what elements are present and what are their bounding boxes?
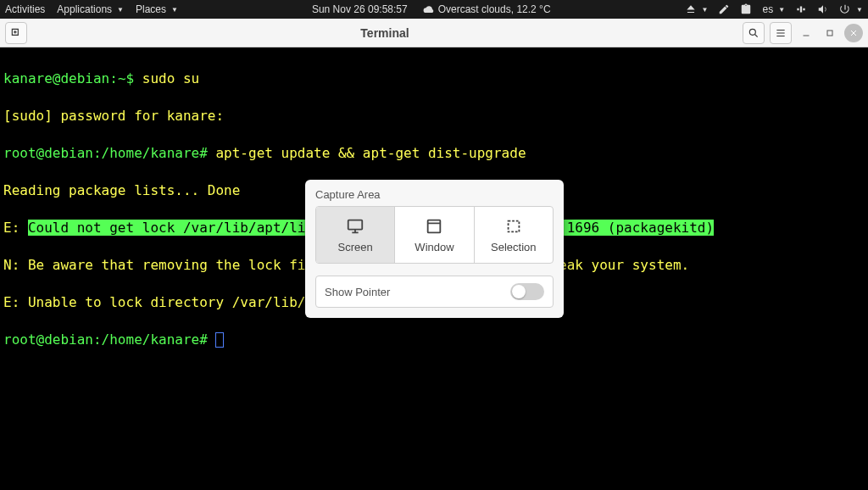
minimize-icon xyxy=(801,28,811,38)
clock[interactable]: Sun Nov 26 09:58:57 xyxy=(312,3,408,15)
svg-rect-3 xyxy=(428,220,441,232)
terminal-line: kanare@debian:~$ sudo su xyxy=(3,70,865,88)
chevron-down-icon: ▼ xyxy=(856,6,863,14)
error-prefix: E: xyxy=(3,220,28,236)
prompt-path: :/home/kanare xyxy=(93,331,199,348)
window-icon xyxy=(425,217,443,236)
error-prefix: E: xyxy=(3,294,28,310)
capture-mode-screen[interactable]: Screen xyxy=(316,207,395,263)
terminal-line: root@debian:/home/kanare# xyxy=(3,331,865,349)
cursor xyxy=(215,332,224,348)
capture-mode-selection[interactable]: Selection xyxy=(475,207,553,263)
places-label: Places xyxy=(136,3,166,15)
prompt-user: root@debian xyxy=(3,331,93,348)
power-icon[interactable]: ▼ xyxy=(839,3,863,15)
terminal-line: [sudo] password for kanare: xyxy=(3,107,865,125)
monitor-icon xyxy=(346,217,364,236)
pencil-icon[interactable] xyxy=(718,3,730,15)
weather-indicator[interactable]: Overcast clouds, 12.2 °C xyxy=(423,3,551,15)
capture-mode-label: Screen xyxy=(338,241,373,253)
screenshot-popup: Capture Area Screen Window Selection Sho… xyxy=(305,180,564,318)
selection-icon xyxy=(504,217,523,236)
eject-icon[interactable]: ▼ xyxy=(685,3,709,15)
close-icon xyxy=(849,28,859,38)
svg-rect-2 xyxy=(348,220,363,229)
network-icon[interactable] xyxy=(795,3,807,15)
menu-button[interactable] xyxy=(770,22,792,44)
minimize-button[interactable] xyxy=(797,24,815,42)
command-text: sudo su xyxy=(142,70,199,86)
prompt-path: ~ xyxy=(118,70,126,86)
search-button[interactable] xyxy=(743,22,765,44)
svg-rect-1 xyxy=(827,31,832,36)
show-pointer-row: Show Pointer xyxy=(315,276,554,308)
maximize-button[interactable] xyxy=(821,24,839,42)
plus-icon xyxy=(10,27,22,39)
top-panel: Activities Applications ▼ Places ▼ Sun N… xyxy=(0,0,868,19)
window-title: Terminal xyxy=(27,26,743,40)
places-menu[interactable]: Places ▼ xyxy=(136,3,178,15)
search-icon xyxy=(748,27,760,39)
prompt-path: :/home/kanare xyxy=(93,145,199,161)
close-button[interactable] xyxy=(844,24,863,42)
applications-menu[interactable]: Applications ▼ xyxy=(57,3,124,15)
capture-mode-segment: Screen Window Selection xyxy=(315,206,554,264)
svg-point-0 xyxy=(749,29,755,35)
capture-mode-label: Selection xyxy=(491,241,536,253)
prompt-sep: : xyxy=(109,70,118,86)
chevron-down-icon: ▼ xyxy=(778,6,785,14)
keyboard-layout-label: es xyxy=(762,3,773,15)
prompt-sym: # xyxy=(199,145,215,161)
weather-text: Overcast clouds, 12.2 °C xyxy=(438,3,551,15)
chevron-down-icon: ▼ xyxy=(117,6,124,14)
activities-button[interactable]: Activities xyxy=(5,3,45,15)
show-pointer-toggle[interactable] xyxy=(510,283,544,300)
terminal-titlebar: Terminal xyxy=(0,19,868,47)
capture-area-label: Capture Area xyxy=(315,188,554,201)
prompt-user: root@debian xyxy=(3,145,93,161)
keyboard-layout-indicator[interactable]: es ▼ xyxy=(762,3,785,15)
prompt-user: kanare@debian xyxy=(3,70,109,86)
maximize-icon xyxy=(825,28,835,38)
error-prefix: N: xyxy=(3,257,28,273)
capture-mode-label: Window xyxy=(415,241,453,253)
applications-label: Applications xyxy=(57,3,112,15)
volume-icon[interactable] xyxy=(817,3,829,15)
cloud-icon xyxy=(423,3,435,15)
command-text: apt-get update && apt-get dist-upgrade xyxy=(215,145,526,161)
clipboard-icon[interactable] xyxy=(740,3,752,15)
prompt-sym: $ xyxy=(126,70,142,86)
hamburger-icon xyxy=(775,27,787,39)
prompt-sym: # xyxy=(199,331,215,348)
svg-rect-4 xyxy=(508,220,519,231)
chevron-down-icon: ▼ xyxy=(171,6,178,14)
chevron-down-icon: ▼ xyxy=(702,6,709,14)
capture-mode-window[interactable]: Window xyxy=(395,207,474,263)
show-pointer-label: Show Pointer xyxy=(325,286,390,298)
new-tab-button[interactable] xyxy=(5,22,27,44)
terminal-line: root@debian:/home/kanare# apt-get update… xyxy=(3,144,865,163)
